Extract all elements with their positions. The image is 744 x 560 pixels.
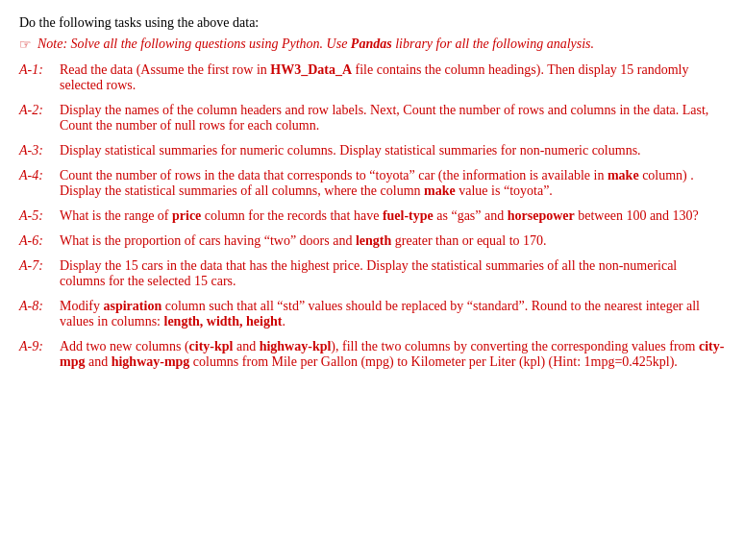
task-normal-text: Display the 15 cars in the data that has… [60, 258, 677, 288]
task-bold-text: horsepower [508, 208, 575, 223]
task-content: Add two new columns (city-kpl and highwa… [60, 339, 725, 370]
tasks-container: A-1:Read the data (Assume the first row … [19, 62, 725, 370]
task-bold-text: HW3_Data_A [270, 62, 352, 77]
task-content: Count the number of rows in the data tha… [60, 168, 725, 199]
task-bold-text: city-kpl [189, 339, 234, 353]
task-normal-text: value is “toyota”. [456, 183, 553, 198]
task-bold-text: highway-mpg [112, 354, 190, 369]
task-label: A-6: [19, 233, 60, 249]
task-item: A-9:Add two new columns (city-kpl and hi… [19, 339, 725, 370]
task-normal-text: Modify [60, 299, 104, 313]
task-normal-text: Display statistical summaries for numeri… [60, 143, 641, 158]
task-item: A-6:What is the proportion of cars havin… [19, 233, 725, 249]
task-normal-text: What is the proportion of cars having “t… [60, 233, 356, 248]
pandas-label: Pandas [351, 37, 392, 51]
task-bold-text: fuel-type [383, 208, 434, 223]
task-label: A-8: [19, 299, 60, 329]
task-normal-text: Add two new columns ( [60, 339, 189, 353]
task-item: A-8:Modify aspiration column such that a… [19, 299, 725, 329]
task-bold-text: make [608, 168, 639, 183]
task-bold-text: length, width, height [164, 314, 283, 329]
note-text-before: Note: Solve all the following questions … [37, 37, 351, 51]
task-label: A-3: [19, 143, 60, 158]
task-label: A-1: [19, 62, 60, 93]
task-item: A-7:Display the 15 cars in the data that… [19, 258, 725, 289]
task-item: A-5:What is the range of price column fo… [19, 208, 725, 224]
task-normal-text: column for the records that have [201, 208, 383, 223]
task-item: A-2:Display the names of the column head… [19, 103, 725, 134]
task-item: A-4:Count the number of rows in the data… [19, 168, 725, 199]
task-normal-text: and [85, 354, 111, 369]
task-normal-text: between 100 and 130? [575, 208, 699, 223]
task-bold-text: length [356, 233, 391, 248]
task-normal-text: . [282, 314, 285, 329]
note-line: ☞ Note: Solve all the following question… [19, 37, 725, 53]
task-normal-text: ), fill the two columns by converting th… [331, 339, 699, 353]
task-content: Read the data (Assume the first row in H… [60, 62, 725, 93]
intro-text: Do the following tasks using the above d… [19, 15, 725, 31]
note-content: Note: Solve all the following questions … [37, 37, 594, 52]
task-bold-text: price [172, 208, 201, 223]
task-item: A-1:Read the data (Assume the first row … [19, 62, 725, 93]
task-normal-text: greater than or equal to 170. [391, 233, 546, 248]
task-content: Display the names of the column headers … [60, 103, 725, 134]
task-content: What is the range of price column for th… [60, 208, 725, 224]
task-normal-text: as “gas” and [434, 208, 508, 223]
task-label: A-2: [19, 103, 60, 134]
task-normal-text: Read the data (Assume the first row in [60, 62, 270, 77]
task-normal-text: Display the names of the column headers … [60, 103, 708, 133]
task-content: Display the 15 cars in the data that has… [60, 258, 725, 289]
task-normal-text: What is the range of [60, 208, 172, 223]
task-content: Display statistical summaries for numeri… [60, 143, 725, 158]
note-text-after: library for all the following analysis. [392, 37, 594, 51]
task-content: What is the proportion of cars having “t… [60, 233, 725, 249]
task-bold-text: aspiration [104, 299, 162, 313]
note-icon: ☞ [19, 37, 32, 53]
task-bold-text: highway-kpl [260, 339, 332, 353]
task-normal-text: Count the number of rows in the data tha… [60, 168, 608, 183]
task-normal-text: and [233, 339, 259, 353]
task-label: A-5: [19, 208, 60, 224]
task-content: Modify aspiration column such that all “… [60, 299, 725, 329]
task-label: A-9: [19, 339, 60, 370]
task-item: A-3:Display statistical summaries for nu… [19, 143, 725, 158]
task-label: A-4: [19, 168, 60, 199]
task-label: A-7: [19, 258, 60, 289]
task-bold-text: make [424, 183, 456, 198]
task-normal-text: columns from Mile per Gallon (mpg) to Ki… [189, 354, 678, 369]
